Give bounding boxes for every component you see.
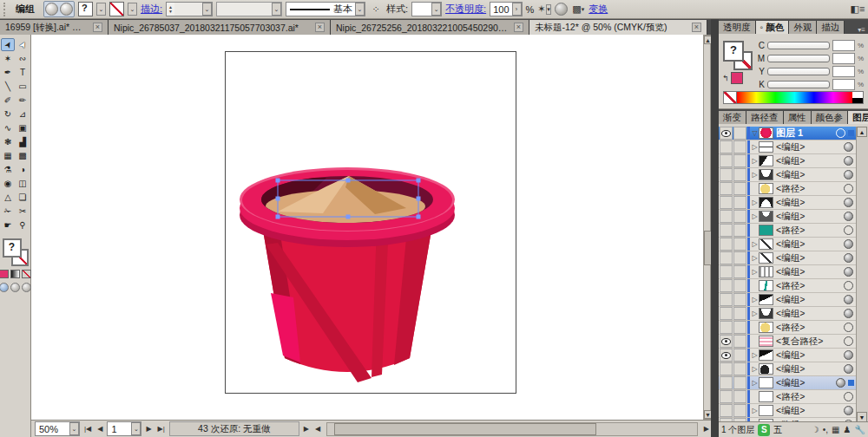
layer-row[interactable]: ▷<编组> <box>719 362 868 376</box>
layer-lock-toggle[interactable] <box>733 293 746 306</box>
style-dropdown[interactable]: ⌄ <box>411 2 442 16</box>
object-name[interactable]: <编组> <box>776 349 844 362</box>
gradient-tool[interactable]: ▩ <box>16 149 30 162</box>
layer-lock-toggle[interactable] <box>733 210 746 223</box>
tab-close-icon[interactable]: × <box>93 23 102 32</box>
layers-scroll-up-icon[interactable]: ▲ <box>857 127 867 137</box>
direct-selection-tool[interactable]: ➤ <box>16 38 30 51</box>
paintbrush-tool[interactable]: ✐ <box>1 94 15 107</box>
layer-lock-toggle[interactable] <box>733 168 746 181</box>
perspective-grid-tool[interactable]: △ <box>1 191 15 204</box>
target-icon[interactable] <box>844 281 853 290</box>
object-name[interactable]: <编组> <box>776 308 844 320</box>
object-thumbnail[interactable] <box>759 363 773 375</box>
object-name[interactable]: <路径> <box>776 183 844 195</box>
mesh-tool[interactable]: ▦ <box>1 149 15 162</box>
selection-anchor[interactable] <box>276 179 280 183</box>
layer-row[interactable]: <路径> <box>719 182 868 196</box>
layer-visibility-toggle[interactable] <box>720 210 733 223</box>
black-white-swatches[interactable] <box>852 92 863 103</box>
channel-slider[interactable] <box>767 42 830 49</box>
object-name[interactable]: <编组> <box>776 141 844 153</box>
layer-visibility-toggle[interactable] <box>720 376 733 389</box>
target-icon[interactable] <box>844 267 853 277</box>
object-name[interactable]: <路径> <box>776 280 844 292</box>
magic-wand-tool[interactable]: ✶ <box>1 52 15 65</box>
transform-link[interactable]: 变换 <box>589 3 608 16</box>
first-artboard-icon[interactable]: |◀ <box>82 425 93 433</box>
target-icon[interactable] <box>844 225 853 235</box>
color-button[interactable] <box>0 270 9 278</box>
expand-triangle-icon[interactable]: ▷ <box>751 268 759 276</box>
object-name[interactable]: <编组> <box>776 155 844 167</box>
target-icon[interactable] <box>844 170 853 179</box>
target-icon[interactable] <box>844 184 853 193</box>
stroke-panel-link[interactable]: 描边: <box>141 3 162 16</box>
symbol-sprayer-tool[interactable]: ❃ <box>1 135 15 148</box>
fill-color-swatch[interactable] <box>78 2 93 16</box>
canvas-horizontal-scrollbar[interactable] <box>326 422 698 436</box>
delete-layer-icon[interactable]: ♟ <box>844 425 852 434</box>
object-name[interactable]: <编组> <box>776 197 844 209</box>
panel-tab-属性[interactable]: 属性 <box>784 111 812 124</box>
screen-mode-full-menu-icon[interactable] <box>10 283 20 292</box>
fill-dropdown-icon[interactable]: ⌄ <box>96 3 106 16</box>
new-sublayer-icon[interactable]: •, <box>823 425 828 434</box>
layer-lock-toggle[interactable] <box>733 321 746 334</box>
clipping-mask-icon[interactable]: ☽ <box>812 425 819 434</box>
panel-tab-图层[interactable]: 图层 <box>848 111 868 124</box>
layer-lock-toggle[interactable] <box>733 404 746 417</box>
panel-tab-外观[interactable]: 外观 <box>789 21 817 34</box>
layer-lock-toggle[interactable] <box>733 140 746 153</box>
layer-visibility-toggle[interactable] <box>720 404 733 417</box>
layer-visibility-toggle[interactable] <box>720 265 733 278</box>
object-name[interactable]: <编组> <box>776 169 844 181</box>
fill-stroke-indicator[interactable]: ? <box>3 238 29 266</box>
layer-row[interactable]: ▷<编组> <box>719 349 868 362</box>
target-icon[interactable] <box>844 212 853 221</box>
appearance-toggle2-icon[interactable] <box>60 3 73 16</box>
next-artboard-icon[interactable]: ▶ <box>144 425 153 433</box>
target-icon[interactable] <box>836 128 845 138</box>
artboard-number-combo[interactable]: 1 ⌄ <box>107 421 141 436</box>
dock-divider[interactable] <box>711 19 719 437</box>
line-tool[interactable]: ╲ <box>1 80 15 93</box>
opacity-link[interactable]: 不透明度: <box>445 3 486 16</box>
live-paint-selection-tool[interactable]: ◫ <box>16 177 30 190</box>
opacity-combo[interactable]: 100 › <box>490 2 522 16</box>
channel-slider[interactable] <box>767 68 830 75</box>
object-thumbnail[interactable] <box>759 308 773 319</box>
layer-visibility-toggle[interactable] <box>720 390 733 403</box>
target-icon[interactable] <box>844 309 853 318</box>
layer-visibility-toggle[interactable] <box>720 293 733 306</box>
object-thumbnail[interactable] <box>759 391 773 402</box>
layer-visibility-toggle[interactable] <box>720 335 733 348</box>
graph-tool[interactable]: ▟ <box>16 135 30 148</box>
zoom-level-combo[interactable]: 50% ⌄ <box>35 421 80 436</box>
target-icon[interactable] <box>844 142 853 152</box>
target-icon[interactable] <box>844 364 853 374</box>
layer-lock-toggle[interactable] <box>733 307 746 320</box>
object-thumbnail[interactable] <box>759 377 773 388</box>
object-thumbnail[interactable] <box>759 280 773 291</box>
new-layer-icon[interactable]: ▦ <box>832 425 839 434</box>
layer-row[interactable]: <复合路径> <box>719 335 868 349</box>
hscroll-left-icon[interactable]: ◀ <box>313 425 322 433</box>
selection-anchor[interactable] <box>417 215 421 219</box>
pencil-tool[interactable]: ✏ <box>16 94 30 107</box>
screen-mode-normal-icon[interactable] <box>0 283 9 292</box>
hscroll-thumb[interactable] <box>334 423 596 435</box>
layer-visibility-toggle[interactable] <box>720 168 733 181</box>
layer-visibility-toggle[interactable] <box>720 196 733 209</box>
layer-visibility-toggle[interactable] <box>720 182 733 195</box>
expand-triangle-icon[interactable]: ▷ <box>751 143 759 151</box>
panel-menu-icon[interactable]: ▾≡ <box>855 26 868 34</box>
last-color-swatch[interactable] <box>731 72 743 84</box>
expand-triangle-icon[interactable]: ▷ <box>751 296 759 303</box>
object-thumbnail[interactable] <box>759 405 773 416</box>
object-thumbnail[interactable] <box>759 183 773 194</box>
target-icon[interactable] <box>844 336 853 346</box>
canvas-vertical-scrollbar[interactable]: ▲ ▼ <box>703 35 711 420</box>
object-name[interactable]: <编组> <box>776 377 836 389</box>
selection-anchor[interactable] <box>346 179 351 183</box>
